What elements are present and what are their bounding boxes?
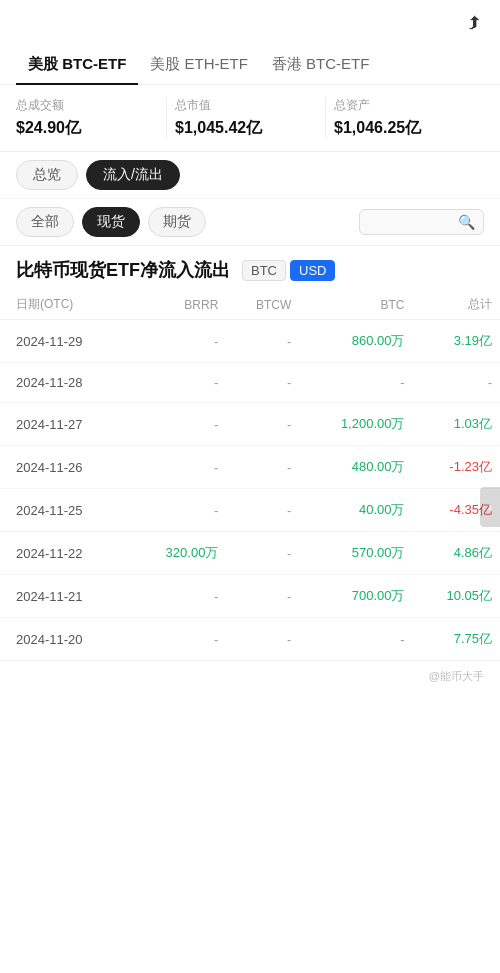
cell-total: -1.23亿 [412, 446, 500, 489]
stat-marketcap-label: 总市值 [175, 97, 317, 114]
cell-date: 2024-11-21 [0, 575, 129, 618]
cell-btcw: - [226, 532, 299, 575]
stats-row: 总成交额 $24.90亿 总市值 $1,045.42亿 总资产 $1,046.2… [0, 85, 500, 152]
search-input[interactable] [368, 215, 458, 230]
cell-btc: 480.00万 [299, 446, 412, 489]
cell-date: 2024-11-29 [0, 320, 129, 363]
cell-date: 2024-11-25 [0, 489, 129, 532]
app-header: ⮭ [0, 0, 500, 45]
search-icon: 🔍 [458, 214, 475, 230]
cell-total: 4.86亿 [412, 532, 500, 575]
filter-all[interactable]: 全部 [16, 207, 74, 237]
stat-assets-value: $1,046.25亿 [334, 118, 476, 139]
currency-usd[interactable]: USD [290, 260, 335, 281]
table-row: 2024-11-27 - - 1,200.00万 1.03亿 [0, 403, 500, 446]
cell-btc: 700.00万 [299, 575, 412, 618]
cell-btc: 570.00万 [299, 532, 412, 575]
cell-brrr: - [129, 618, 227, 661]
etf-table: 日期(OTC) BRRR BTCW BTC 总计 2024-11-29 - - … [0, 290, 500, 661]
cell-brrr: - [129, 575, 227, 618]
tab-btc-etf[interactable]: 美股 BTC-ETF [16, 45, 138, 84]
cell-btcw: - [226, 320, 299, 363]
tab-eth-etf[interactable]: 美股 ETH-ETF [138, 45, 260, 84]
stat-total-assets: 总资产 $1,046.25亿 [334, 97, 484, 139]
table-row: 2024-11-26 - - 480.00万 -1.23亿 [0, 446, 500, 489]
cell-date: 2024-11-28 [0, 363, 129, 403]
cell-date: 2024-11-26 [0, 446, 129, 489]
cell-btcw: - [226, 403, 299, 446]
cell-btc: 40.00万 [299, 489, 412, 532]
cell-btc: - [299, 618, 412, 661]
table-row: 2024-11-21 - - 700.00万 10.05亿 [0, 575, 500, 618]
table-row: 2024-11-25 - - 40.00万 -4.35亿 [0, 489, 500, 532]
cell-brrr: - [129, 403, 227, 446]
cell-total: 10.05亿 [412, 575, 500, 618]
table-header-row: 日期(OTC) BRRR BTCW BTC 总计 [0, 290, 500, 320]
cell-brrr: - [129, 363, 227, 403]
cell-date: 2024-11-22 [0, 532, 129, 575]
main-tabs: 美股 BTC-ETF 美股 ETH-ETF 香港 BTC-ETF [0, 45, 500, 85]
cell-btc: 1,200.00万 [299, 403, 412, 446]
stat-market-cap: 总市值 $1,045.42亿 [175, 97, 326, 139]
stat-volume: 总成交额 $24.90亿 [16, 97, 167, 139]
col-total: 总计 [412, 290, 500, 320]
filter-row: 全部 现货 期货 🔍 [0, 199, 500, 246]
section-title-row: 比特币现货ETF净流入流出 BTC USD [0, 246, 500, 290]
cell-brrr: - [129, 489, 227, 532]
search-box[interactable]: 🔍 [359, 209, 484, 235]
cell-brrr: - [129, 446, 227, 489]
sub-tab-overview[interactable]: 总览 [16, 160, 78, 190]
cell-total: - [412, 363, 500, 403]
col-btc: BTC [299, 290, 412, 320]
currency-btc[interactable]: BTC [242, 260, 286, 281]
table-container: 日期(OTC) BRRR BTCW BTC 总计 2024-11-29 - - … [0, 290, 500, 661]
table-row: 2024-11-20 - - - 7.75亿 [0, 618, 500, 661]
table-row: 2024-11-28 - - - - [0, 363, 500, 403]
cell-btcw: - [226, 575, 299, 618]
cell-date: 2024-11-27 [0, 403, 129, 446]
stat-marketcap-value: $1,045.42亿 [175, 118, 317, 139]
col-brrr: BRRR [129, 290, 227, 320]
sub-tabs-row: 总览 流入/流出 [0, 152, 500, 199]
col-btcw: BTCW [226, 290, 299, 320]
scroll-right-indicator: › [480, 487, 500, 527]
filter-futures[interactable]: 期货 [148, 207, 206, 237]
sub-tab-flow[interactable]: 流入/流出 [86, 160, 180, 190]
tab-hk-btc-etf[interactable]: 香港 BTC-ETF [260, 45, 382, 84]
currency-toggle: BTC USD [242, 260, 335, 281]
share-button[interactable]: ⮭ [466, 12, 484, 33]
cell-brrr: - [129, 320, 227, 363]
cell-btc: - [299, 363, 412, 403]
cell-btcw: - [226, 618, 299, 661]
stat-volume-value: $24.90亿 [16, 118, 158, 139]
col-date: 日期(OTC) [0, 290, 129, 320]
stat-assets-label: 总资产 [334, 97, 476, 114]
cell-btcw: - [226, 363, 299, 403]
watermark: @能币大手 [0, 661, 500, 692]
cell-date: 2024-11-20 [0, 618, 129, 661]
stat-volume-label: 总成交额 [16, 97, 158, 114]
section-title-text: 比特币现货ETF净流入流出 [16, 258, 230, 282]
cell-total: 1.03亿 [412, 403, 500, 446]
cell-btcw: - [226, 446, 299, 489]
cell-total: 3.19亿 [412, 320, 500, 363]
filter-spot[interactable]: 现货 [82, 207, 140, 237]
cell-brrr: 320.00万 [129, 532, 227, 575]
table-row: 2024-11-22 320.00万 - 570.00万 4.86亿 [0, 532, 500, 575]
cell-btcw: - [226, 489, 299, 532]
cell-total: 7.75亿 [412, 618, 500, 661]
table-row: 2024-11-29 - - 860.00万 3.19亿 [0, 320, 500, 363]
cell-btc: 860.00万 [299, 320, 412, 363]
